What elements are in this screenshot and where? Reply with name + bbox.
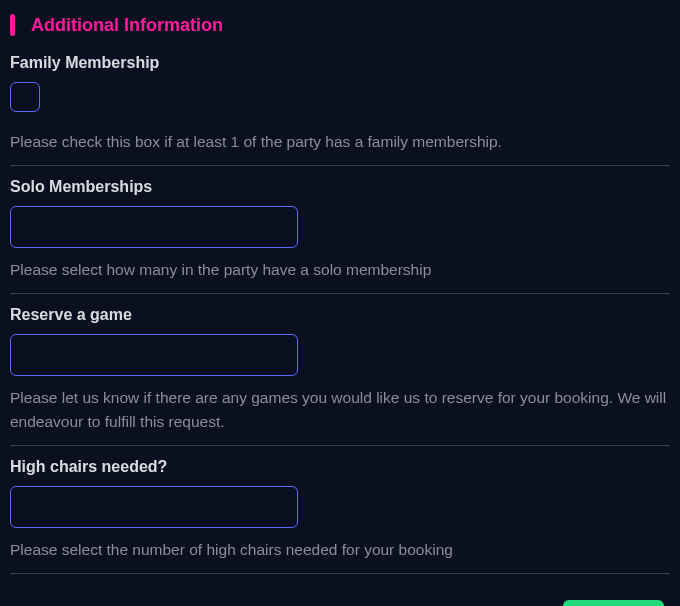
form-footer: Continue	[10, 586, 670, 606]
accent-bar-icon	[10, 14, 15, 36]
continue-button[interactable]: Continue	[563, 600, 664, 606]
solo-memberships-label: Solo Memberships	[10, 178, 670, 196]
reserve-game-input[interactable]	[10, 334, 298, 376]
high-chairs-label: High chairs needed?	[10, 458, 670, 476]
section-header: Additional Information	[10, 14, 670, 36]
family-membership-helper: Please check this box if at least 1 of t…	[10, 130, 670, 155]
field-reserve-game: Reserve a game Please let us know if the…	[10, 306, 670, 447]
field-high-chairs: High chairs needed? Please select the nu…	[10, 458, 670, 574]
family-membership-checkbox[interactable]	[10, 82, 40, 112]
section-title: Additional Information	[31, 15, 223, 36]
reserve-game-label: Reserve a game	[10, 306, 670, 324]
reserve-game-helper: Please let us know if there are any game…	[10, 386, 670, 436]
high-chairs-select[interactable]	[10, 486, 298, 528]
field-family-membership: Family Membership Please check this box …	[10, 54, 670, 166]
solo-memberships-helper: Please select how many in the party have…	[10, 258, 670, 283]
field-solo-memberships: Solo Memberships Please select how many …	[10, 178, 670, 294]
high-chairs-helper: Please select the number of high chairs …	[10, 538, 670, 563]
family-membership-label: Family Membership	[10, 54, 670, 72]
solo-memberships-select[interactable]	[10, 206, 298, 248]
